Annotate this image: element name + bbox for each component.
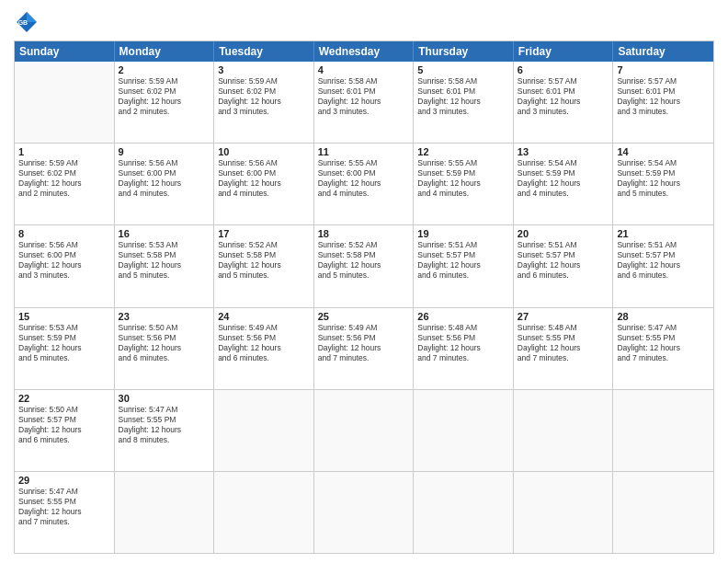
day-number: 10 <box>218 146 310 157</box>
day-number: 22 <box>18 393 110 404</box>
day-number: 8 <box>18 228 110 239</box>
cal-cell: 23Sunrise: 5:50 AM Sunset: 5:56 PM Dayli… <box>115 308 215 389</box>
day-number: 28 <box>617 311 710 322</box>
cell-info: Sunrise: 5:48 AM Sunset: 5:56 PM Dayligh… <box>417 323 509 363</box>
cell-info: Sunrise: 5:54 AM Sunset: 5:59 PM Dayligh… <box>518 158 609 199</box>
day-number: 7 <box>617 64 710 75</box>
cell-info: Sunrise: 5:51 AM Sunset: 5:57 PM Dayligh… <box>518 240 609 281</box>
page: GB SundayMondayTuesdayWednesdayThursdayF… <box>0 0 728 563</box>
day-number: 19 <box>417 228 509 239</box>
day-number: 6 <box>518 64 609 75</box>
day-number: 24 <box>218 311 310 322</box>
svg-marker-1 <box>27 12 37 22</box>
calendar-row-3: 15Sunrise: 5:53 AM Sunset: 5:59 PM Dayli… <box>15 307 713 389</box>
cal-cell: 16Sunrise: 5:53 AM Sunset: 5:58 PM Dayli… <box>115 225 215 306</box>
cal-cell: 25Sunrise: 5:49 AM Sunset: 5:56 PM Dayli… <box>314 308 415 389</box>
day-number: 3 <box>218 64 310 75</box>
cal-cell: 27Sunrise: 5:48 AM Sunset: 5:55 PM Dayli… <box>514 308 614 389</box>
day-number: 18 <box>318 228 410 239</box>
cal-cell: 10Sunrise: 5:56 AM Sunset: 6:00 PM Dayli… <box>214 144 314 224</box>
calendar-row-4: 22Sunrise: 5:50 AM Sunset: 5:57 PM Dayli… <box>15 389 713 471</box>
cell-info: Sunrise: 5:54 AM Sunset: 5:59 PM Dayligh… <box>617 158 710 199</box>
cal-cell: 9Sunrise: 5:56 AM Sunset: 6:00 PM Daylig… <box>115 144 215 224</box>
cell-info: Sunrise: 5:52 AM Sunset: 5:58 PM Dayligh… <box>318 240 410 281</box>
cal-cell <box>613 472 713 553</box>
day-number: 4 <box>318 64 410 75</box>
cell-info: Sunrise: 5:56 AM Sunset: 6:00 PM Dayligh… <box>218 158 310 199</box>
cell-info: Sunrise: 5:50 AM Sunset: 5:56 PM Dayligh… <box>119 323 210 363</box>
calendar-body: 2Sunrise: 5:59 AM Sunset: 6:02 PM Daylig… <box>15 62 713 553</box>
day-number: 30 <box>119 393 210 404</box>
calendar-row-2: 8Sunrise: 5:56 AM Sunset: 6:00 PM Daylig… <box>15 224 713 306</box>
day-number: 16 <box>119 228 210 239</box>
day-number: 15 <box>18 311 110 322</box>
cal-cell: 6Sunrise: 5:57 AM Sunset: 6:01 PM Daylig… <box>514 62 614 143</box>
cal-cell: 11Sunrise: 5:55 AM Sunset: 6:00 PM Dayli… <box>314 144 415 224</box>
cal-cell: 5Sunrise: 5:58 AM Sunset: 6:01 PM Daylig… <box>414 62 514 143</box>
cal-cell <box>15 62 115 143</box>
day-number: 21 <box>617 228 710 239</box>
day-number: 17 <box>218 228 310 239</box>
cal-cell: 26Sunrise: 5:48 AM Sunset: 5:56 PM Dayli… <box>414 308 514 389</box>
day-number: 2 <box>119 64 210 75</box>
cal-cell: 30Sunrise: 5:47 AM Sunset: 5:55 PM Dayli… <box>115 390 215 471</box>
cal-cell: 13Sunrise: 5:54 AM Sunset: 5:59 PM Dayli… <box>514 144 614 224</box>
day-number: 29 <box>18 475 110 486</box>
cal-cell: 2Sunrise: 5:59 AM Sunset: 6:02 PM Daylig… <box>115 62 215 143</box>
cal-cell: 4Sunrise: 5:58 AM Sunset: 6:01 PM Daylig… <box>314 62 415 143</box>
cal-cell: 15Sunrise: 5:53 AM Sunset: 5:59 PM Dayli… <box>15 308 115 389</box>
cell-info: Sunrise: 5:58 AM Sunset: 6:01 PM Dayligh… <box>417 76 509 117</box>
cal-cell <box>514 390 614 471</box>
cal-cell: 18Sunrise: 5:52 AM Sunset: 5:58 PM Dayli… <box>314 225 415 306</box>
day-number: 14 <box>617 146 710 157</box>
cell-info: Sunrise: 5:56 AM Sunset: 6:00 PM Dayligh… <box>18 240 110 281</box>
cal-cell <box>314 390 415 471</box>
day-number: 1 <box>18 146 110 157</box>
cal-cell <box>613 390 713 471</box>
day-number: 23 <box>119 311 210 322</box>
cal-cell <box>214 472 314 553</box>
cal-cell: 29Sunrise: 5:47 AM Sunset: 5:55 PM Dayli… <box>15 472 115 553</box>
cal-cell: 28Sunrise: 5:47 AM Sunset: 5:55 PM Dayli… <box>613 308 713 389</box>
cell-info: Sunrise: 5:57 AM Sunset: 6:01 PM Dayligh… <box>518 76 609 117</box>
calendar-row-1: 1Sunrise: 5:59 AM Sunset: 6:02 PM Daylig… <box>15 143 713 224</box>
cal-cell <box>115 472 215 553</box>
cal-cell: 17Sunrise: 5:52 AM Sunset: 5:58 PM Dayli… <box>214 225 314 306</box>
cell-info: Sunrise: 5:58 AM Sunset: 6:01 PM Dayligh… <box>318 76 410 117</box>
cell-info: Sunrise: 5:47 AM Sunset: 5:55 PM Dayligh… <box>119 405 210 445</box>
cal-cell <box>414 472 514 553</box>
cell-info: Sunrise: 5:49 AM Sunset: 5:56 PM Dayligh… <box>318 323 410 363</box>
cal-cell <box>314 472 415 553</box>
cell-info: Sunrise: 5:52 AM Sunset: 5:58 PM Dayligh… <box>218 240 310 281</box>
cell-info: Sunrise: 5:50 AM Sunset: 5:57 PM Dayligh… <box>18 405 110 445</box>
cal-cell <box>214 390 314 471</box>
cal-cell <box>414 390 514 471</box>
cell-info: Sunrise: 5:48 AM Sunset: 5:55 PM Dayligh… <box>518 323 609 363</box>
cal-cell: 24Sunrise: 5:49 AM Sunset: 5:56 PM Dayli… <box>214 308 314 389</box>
cell-info: Sunrise: 5:47 AM Sunset: 5:55 PM Dayligh… <box>617 323 710 363</box>
calendar-row-0: 2Sunrise: 5:59 AM Sunset: 6:02 PM Daylig… <box>15 62 713 143</box>
cal-cell: 21Sunrise: 5:51 AM Sunset: 5:57 PM Dayli… <box>613 225 713 306</box>
header-cell-sunday: Sunday <box>15 41 115 62</box>
cell-info: Sunrise: 5:51 AM Sunset: 5:57 PM Dayligh… <box>417 240 509 281</box>
cell-info: Sunrise: 5:56 AM Sunset: 6:00 PM Dayligh… <box>119 158 210 199</box>
svg-text:GB: GB <box>18 19 28 26</box>
cell-info: Sunrise: 5:47 AM Sunset: 5:55 PM Dayligh… <box>18 487 110 527</box>
cell-info: Sunrise: 5:49 AM Sunset: 5:56 PM Dayligh… <box>218 323 310 363</box>
day-number: 25 <box>318 311 410 322</box>
header-cell-thursday: Thursday <box>414 41 514 62</box>
day-number: 13 <box>518 146 609 157</box>
cal-cell: 19Sunrise: 5:51 AM Sunset: 5:57 PM Dayli… <box>414 225 514 306</box>
header: GB <box>14 9 714 35</box>
cell-info: Sunrise: 5:57 AM Sunset: 6:01 PM Dayligh… <box>617 76 710 117</box>
day-number: 12 <box>417 146 509 157</box>
day-number: 9 <box>119 146 210 157</box>
header-cell-monday: Monday <box>115 41 215 62</box>
header-cell-friday: Friday <box>514 41 614 62</box>
calendar: SundayMondayTuesdayWednesdayThursdayFrid… <box>14 40 714 554</box>
cell-info: Sunrise: 5:59 AM Sunset: 6:02 PM Dayligh… <box>119 76 210 117</box>
calendar-header: SundayMondayTuesdayWednesdayThursdayFrid… <box>15 41 713 62</box>
cell-info: Sunrise: 5:55 AM Sunset: 5:59 PM Dayligh… <box>417 158 509 199</box>
header-cell-saturday: Saturday <box>613 41 713 62</box>
day-number: 5 <box>417 64 509 75</box>
